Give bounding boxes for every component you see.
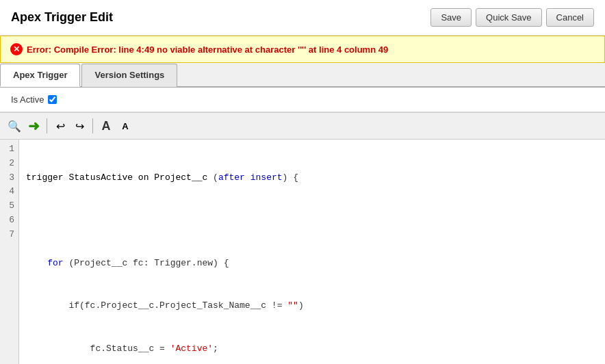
search-icon: 🔍 <box>8 120 21 133</box>
arrow-right-icon: ➜ <box>28 118 40 134</box>
font-decrease-button[interactable]: A <box>116 117 134 135</box>
code-editor[interactable]: 1 2 3 4 5 6 7 trigger StatusActive on Pr… <box>0 140 605 364</box>
header-buttons: Save Quick Save Cancel <box>430 8 594 27</box>
code-line-1: trigger StatusActive on Project__c (afte… <box>26 171 598 185</box>
undo-icon: ↩ <box>56 120 65 133</box>
font-small-icon: A <box>122 121 128 131</box>
code-line-3: for (Project__c fc: Trigger.new) { <box>26 257 598 271</box>
is-active-label: Is Active <box>11 94 44 105</box>
code-content[interactable]: trigger StatusActive on Project__c (afte… <box>19 140 605 364</box>
search-button[interactable]: 🔍 <box>5 117 23 135</box>
error-message: Error: Compile Error: line 4:49 no viabl… <box>27 44 388 55</box>
page-header: Apex Trigger Edit Save Quick Save Cancel <box>0 0 605 36</box>
is-active-checkbox[interactable] <box>48 95 57 104</box>
undo-button[interactable]: ↩ <box>51 117 69 135</box>
code-line-5: fc.Status__c = 'Active'; <box>26 342 598 356</box>
quick-save-button[interactable]: Quick Save <box>476 8 541 27</box>
separator-2 <box>92 118 93 133</box>
separator-1 <box>47 118 47 133</box>
tab-version-settings[interactable]: Version Settings <box>81 64 177 87</box>
font-increase-button[interactable]: A <box>97 117 115 135</box>
code-line-4: if(fc.Project__c.Project_Task_Name__c !=… <box>26 299 598 313</box>
save-button[interactable]: Save <box>430 8 472 27</box>
code-line-2 <box>26 213 598 228</box>
font-large-icon: A <box>102 119 111 133</box>
page-title: Apex Trigger Edit <box>11 10 430 25</box>
tabs-container: Apex Trigger Version Settings <box>0 63 605 88</box>
cancel-button[interactable]: Cancel <box>546 8 594 27</box>
line-numbers: 1 2 3 4 5 6 7 <box>0 140 19 364</box>
is-active-row: Is Active <box>0 88 605 112</box>
editor-toolbar: 🔍 ➜ ↩ ↪ A A <box>0 112 605 140</box>
tab-apex-trigger[interactable]: Apex Trigger <box>0 64 80 87</box>
redo-icon: ↪ <box>75 120 84 133</box>
go-button[interactable]: ➜ <box>25 117 42 135</box>
redo-button[interactable]: ↪ <box>70 117 88 135</box>
error-banner: ✕ Error: Compile Error: line 4:49 no via… <box>0 36 605 63</box>
error-icon: ✕ <box>10 43 23 55</box>
